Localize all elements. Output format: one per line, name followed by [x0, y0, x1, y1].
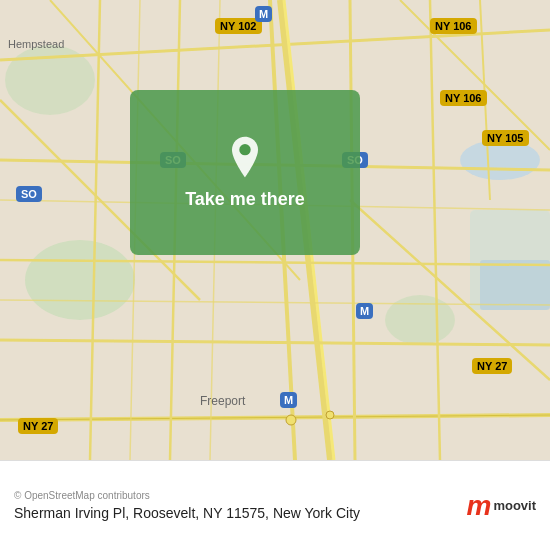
svg-point-1 [25, 240, 135, 320]
badge-ny105: NY 105 [482, 130, 529, 146]
moovit-logo: m moovit [466, 490, 536, 522]
map-container: Freeport Hempstead NY 102 NY 106 NY 106 … [0, 0, 550, 460]
badge-m3: M [280, 392, 297, 408]
take-me-there-button[interactable]: Take me there [185, 189, 305, 210]
badge-so1: SO [16, 186, 42, 202]
info-left: © OpenStreetMap contributors Sherman Irv… [14, 490, 360, 521]
info-bar: © OpenStreetMap contributors Sherman Irv… [0, 460, 550, 550]
svg-point-33 [239, 144, 250, 155]
svg-text:Hempstead: Hempstead [8, 38, 64, 50]
moovit-brand-text: moovit [493, 498, 536, 513]
svg-point-31 [286, 415, 296, 425]
moovit-m-letter: m [466, 490, 491, 522]
badge-ny27b: NY 27 [18, 418, 58, 434]
address-text: Sherman Irving Pl, Roosevelt, NY 11575, … [14, 505, 360, 521]
badge-ny106a: NY 106 [430, 18, 477, 34]
svg-point-5 [460, 140, 540, 180]
take-me-there-overlay[interactable]: Take me there [130, 90, 360, 255]
copyright-text: © OpenStreetMap contributors [14, 490, 360, 501]
svg-point-32 [326, 411, 334, 419]
badge-ny102: NY 102 [215, 18, 262, 34]
location-pin-icon [223, 135, 267, 179]
svg-rect-6 [480, 260, 550, 310]
badge-m2: M [356, 303, 373, 319]
badge-ny106b: NY 106 [440, 90, 487, 106]
svg-text:Freeport: Freeport [200, 394, 246, 408]
svg-point-2 [385, 295, 455, 345]
badge-m1: M [255, 6, 272, 22]
badge-ny27a: NY 27 [472, 358, 512, 374]
